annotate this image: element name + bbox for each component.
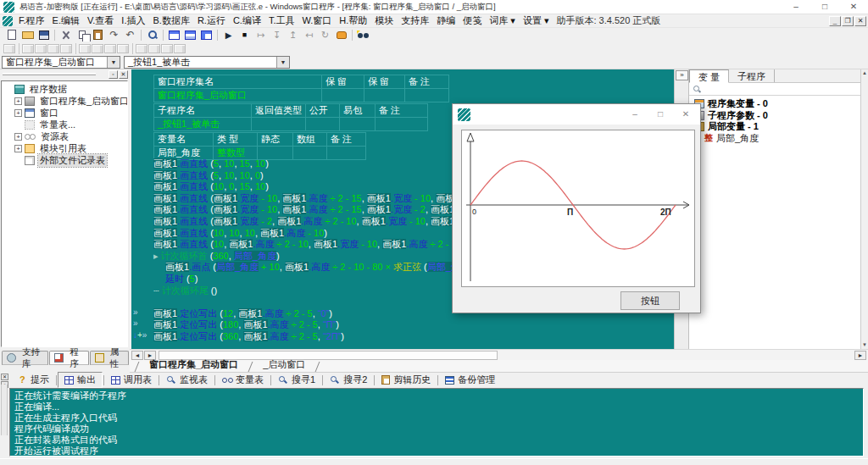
variable-tree-item[interactable]: 程序集变量 - 0 (694, 98, 868, 110)
assembly-combo[interactable]: 窗口程序集_启动窗口 ▼ (2, 56, 120, 69)
expander-icon[interactable]: + (14, 133, 22, 141)
table-data-cell[interactable]: 窗口程序集_启动窗口 (154, 89, 322, 102)
menu-item-5[interactable]: R.运行 (198, 15, 225, 25)
output-close-button[interactable]: ✕ (1, 374, 8, 380)
popup-titlebar[interactable]: – □ ✕ (453, 104, 700, 125)
code-table-0[interactable]: 窗口程序集名保 留保 留备 注窗口程序集_启动窗口 (153, 75, 449, 102)
tab-属性[interactable]: 属性 (90, 351, 129, 365)
output-tab-提示[interactable]: 提示 (11, 373, 55, 387)
stop-button[interactable]: ■ (236, 29, 253, 42)
mdi-close-button[interactable]: ✕ (854, 16, 866, 26)
output-tab-监视表[interactable]: 监视表 (160, 373, 214, 387)
variable-tree-item[interactable]: 子程序参数 - 0 (694, 110, 868, 122)
popup-button[interactable]: 按钮 (620, 291, 680, 310)
pause-button[interactable] (333, 29, 349, 42)
panel-float-button[interactable]: ▫ (108, 70, 118, 79)
code-line[interactable]: »画板1.定位写出 (180, 画板1.高度 ÷ 2 - 5, “Π”) (131, 318, 674, 330)
popup-maximize-button[interactable]: □ (648, 104, 673, 125)
tab-程序[interactable]: 程序 (49, 351, 88, 365)
open-file-button[interactable] (19, 29, 36, 42)
scroll-right-end-icon[interactable]: ► (854, 351, 866, 360)
menu-item-3[interactable]: I.插入 (121, 15, 145, 25)
menu-item-2[interactable]: V.查看 (87, 15, 114, 25)
tab-变 量[interactable]: 变 量 (689, 69, 729, 83)
scroll-down-icon[interactable]: ▼ (861, 342, 868, 347)
menu-item-13[interactable]: 便笺 (463, 15, 481, 25)
step-out-button[interactable]: ↥ (285, 29, 301, 42)
tab-子程序[interactable]: 子程序 (729, 69, 775, 82)
table-data-cell[interactable]: _按钮1_被单击 (154, 118, 252, 131)
restart-button[interactable]: ↻ (317, 29, 333, 42)
variable-tree-item[interactable]: 局部变量 - 1 (694, 121, 868, 133)
menu-item-11[interactable]: 支持库 (401, 15, 429, 25)
menu-item-9[interactable]: H.帮助 (339, 15, 367, 25)
scroll-up-icon[interactable]: ▲ (861, 70, 868, 75)
copy-button[interactable] (74, 29, 90, 42)
menu-item-10[interactable]: 模块 (375, 15, 393, 25)
save-button[interactable] (36, 29, 52, 42)
paste-button[interactable] (90, 29, 106, 42)
expander-icon[interactable]: + (14, 97, 22, 105)
table-data-cell[interactable] (306, 118, 340, 131)
collapse-panel-button[interactable]: » (676, 70, 688, 80)
menu-item-12[interactable]: 静编 (437, 15, 455, 25)
tree-item[interactable]: 外部文件记录表 (2, 154, 127, 166)
tree-item[interactable]: +窗口程序集_启动窗口 (2, 95, 127, 107)
variable-tree-item[interactable]: └整局部_角度 (694, 133, 868, 145)
panel-close-button[interactable]: ✕ (119, 70, 128, 79)
program-data-tree[interactable]: 程序数据+窗口程序集_启动窗口+窗口常量表...+资源表+模块引用表外部文件记录… (1, 80, 128, 347)
layout-form-button[interactable] (198, 29, 214, 42)
run-to-cursor-button[interactable]: ↤ (301, 29, 317, 42)
minimize-button[interactable]: – (782, 0, 810, 14)
mdi-restore-button[interactable]: ❐ (842, 16, 854, 26)
variables-tree[interactable]: 程序集变量 - 0子程序参数 - 0局部变量 - 1└整局部_角度 (689, 96, 868, 144)
chevron-down-icon[interactable]: ▼ (107, 57, 120, 68)
output-tab-搜寻2[interactable]: 搜寻2 (324, 373, 373, 387)
doc-tab[interactable]: _启动窗口 (253, 358, 315, 372)
cut-button[interactable] (58, 29, 74, 42)
right-panel-scrollbar[interactable]: ▲ ▼ (860, 69, 868, 349)
table-data-cell[interactable] (322, 89, 364, 102)
table-data-cell[interactable] (405, 89, 449, 102)
panel-grip[interactable]: ▫ ✕ (0, 69, 130, 80)
tree-item[interactable]: +窗口 (2, 107, 127, 119)
output-tab-搜寻1[interactable]: 搜寻1 (272, 373, 321, 387)
maximize-button[interactable]: □ (810, 0, 839, 14)
menu-item-6[interactable]: C.编译 (233, 15, 261, 25)
tab-支持库[interactable]: 支持库 (2, 351, 48, 365)
chevron-down-icon[interactable]: ▼ (276, 57, 289, 68)
output-tab-备份管理[interactable]: 备份管理 (439, 373, 501, 387)
subroutine-combo[interactable]: _按钮1_被单击 ▼ (124, 56, 290, 69)
menu-item-14[interactable]: 词库 ▾ (489, 15, 515, 25)
table-data-cell[interactable] (376, 118, 428, 131)
layout-code-button[interactable] (166, 29, 182, 42)
variable-search-input[interactable] (702, 84, 868, 95)
tree-item[interactable]: 常量表... (2, 119, 127, 130)
doc-tab[interactable]: 窗口程序集_启动窗口 (139, 358, 248, 372)
menu-item-8[interactable]: W.窗口 (302, 15, 331, 25)
expander-icon[interactable]: + (14, 145, 22, 152)
search-compile-button[interactable] (355, 29, 371, 42)
output-tab-变量表[interactable]: 变量表 (216, 373, 270, 387)
table-data-cell[interactable] (340, 118, 376, 131)
tree-item[interactable]: 程序数据 (2, 83, 127, 95)
menu-item-4[interactable]: B.数据库 (153, 15, 189, 25)
table-data-cell[interactable] (252, 118, 306, 131)
layout-split-button[interactable] (182, 29, 198, 42)
step-into-button[interactable]: ↧ (269, 29, 285, 42)
code-table-1[interactable]: 子程序名返回值类型公开易包备 注_按钮1_被单击 (153, 103, 428, 131)
table-data-cell[interactable] (364, 89, 405, 102)
new-file-button[interactable] (3, 29, 19, 42)
code-line[interactable]: ↓+»画板1.定位写出 (360, 画板1.高度 ÷ 2 - 5, “2Π”) (131, 330, 674, 342)
mdi-minimize-button[interactable]: _ (829, 16, 841, 26)
menu-item-1[interactable]: E.编辑 (53, 15, 80, 25)
redo-button[interactable]: ↷ (106, 29, 122, 42)
menu-item-0[interactable]: F.程序 (19, 15, 45, 25)
menu-item-15[interactable]: 设置 ▾ (523, 15, 549, 25)
output-tab-输出[interactable]: 输出 (58, 372, 103, 388)
run-button[interactable]: ▶ (220, 29, 236, 42)
tree-item[interactable]: +资源表 (2, 130, 127, 142)
output-tab-剪辑历史[interactable]: 剪辑历史 (376, 373, 437, 387)
output-tab-调用表[interactable]: 调用表 (105, 373, 158, 387)
step-over-button[interactable]: ↦ (253, 29, 269, 42)
